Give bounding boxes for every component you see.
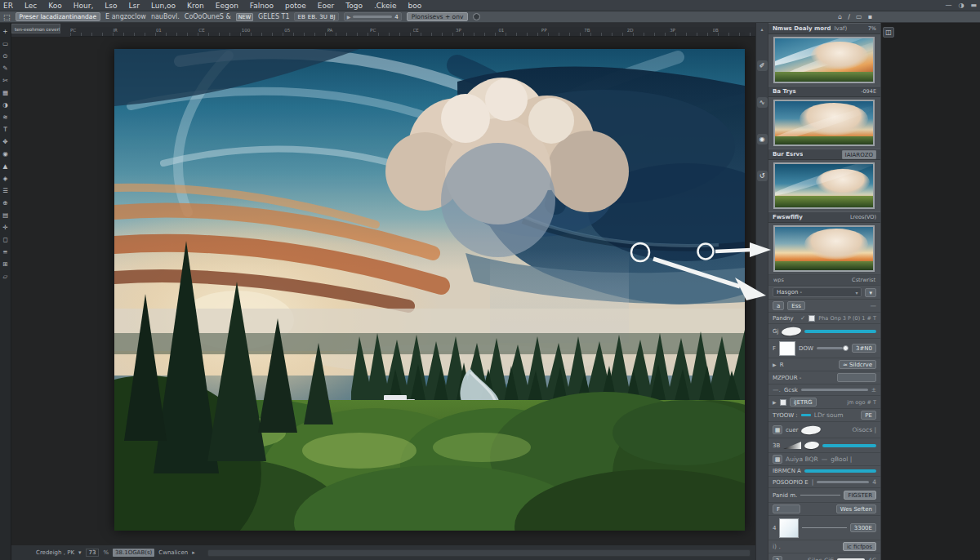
mzpour-field[interactable]	[837, 373, 876, 382]
mini-button-2[interactable]: Ess	[787, 301, 805, 310]
menubar-icon[interactable]: —	[945, 2, 951, 9]
gradient-slider[interactable]	[822, 444, 876, 447]
wes-button[interactable]: Wes Seften	[836, 504, 876, 513]
options-action-button[interactable]: Plonsisevs + onv	[407, 12, 469, 21]
tool-button[interactable]: ⊞	[1, 259, 11, 270]
menubar-icon[interactable]: ▬	[970, 2, 977, 9]
snapshot-thumbnail-4[interactable]	[773, 225, 875, 272]
menu-item[interactable]: Eoer	[318, 2, 334, 10]
stroke-button[interactable]: ≈ Sildcrve	[839, 360, 876, 369]
snapshot-header-1[interactable]: Nmws Dealy mord Ivaf) 7%	[768, 23, 880, 34]
menu-item[interactable]: Falnoo	[250, 2, 274, 10]
tool-button[interactable]: ≋	[1, 112, 11, 123]
history-icon[interactable]: ↺	[757, 171, 768, 181]
tool-button[interactable]: ✄	[1, 75, 11, 87]
tool-button[interactable]: ✛	[1, 222, 11, 233]
tool-button[interactable]: ▭	[1, 38, 11, 50]
swatch-value[interactable]: 3#N0	[852, 344, 876, 353]
tyoow-button[interactable]: PE	[861, 411, 876, 420]
tool-button[interactable]: ◉	[1, 149, 11, 160]
ibrmcn-slider[interactable]	[804, 469, 876, 473]
pattern-icon[interactable]: ▦	[773, 425, 782, 434]
tool-button[interactable]: ☰	[1, 185, 11, 197]
tool-button[interactable]: ▱	[1, 271, 11, 282]
document-tab[interactable]: ten-eeohmon ceverlos	[11, 24, 60, 33]
chevron-down-icon[interactable]: ▾	[78, 549, 82, 556]
snapshot-header-2[interactable]: Ba Trys -094E	[768, 86, 880, 97]
canvas-image[interactable]	[114, 49, 745, 531]
menu-item[interactable]: potoe	[285, 2, 306, 10]
horizontal-scrollbar[interactable]	[207, 549, 751, 557]
flyout-slider[interactable]	[353, 16, 392, 18]
snapshot-header-4[interactable]: Fwswfifiy Lreos(VO)	[768, 211, 880, 223]
play-icon[interactable]: ▶	[773, 399, 777, 405]
tool-button[interactable]: ◑	[1, 100, 11, 111]
wes-field[interactable]: F	[773, 504, 800, 513]
strip-scroll-up-icon[interactable]: ▴	[760, 26, 763, 34]
snapshot-thumbnail-2[interactable]	[773, 100, 875, 146]
tool-button[interactable]: ▤	[1, 210, 11, 221]
options-right-icon[interactable]: ▭	[856, 13, 862, 20]
snapshot-thumbnail-3[interactable]	[773, 162, 875, 209]
collapse-panel-icon[interactable]: ◫	[883, 27, 894, 38]
menu-item[interactable]: Hour,	[74, 2, 94, 10]
brush-icon[interactable]: ✐	[757, 60, 768, 71]
menu-item[interactable]: Togo	[345, 2, 363, 10]
tool-button[interactable]: T	[1, 124, 11, 136]
layers-icon[interactable]: 2	[773, 556, 782, 560]
swatch-slider[interactable]	[817, 347, 843, 349]
color-swatch[interactable]	[779, 341, 795, 356]
menu-item[interactable]: .Ckeie	[374, 2, 397, 10]
zoom-level-field[interactable]: 73	[86, 549, 100, 557]
swatch-slider-knob[interactable]	[843, 345, 849, 351]
menu-item[interactable]: Kron	[187, 2, 204, 10]
gcsk-slider[interactable]	[801, 389, 868, 391]
flow-slider[interactable]	[804, 330, 876, 333]
menu-item[interactable]: ER	[3, 2, 13, 10]
menu-item[interactable]: Koo	[48, 2, 61, 10]
menubar-icon[interactable]: ◑	[958, 2, 964, 9]
snapshot-thumbnail-1[interactable]	[773, 37, 875, 83]
align-button[interactable]: EB.	[308, 14, 317, 20]
menu-item[interactable]: Lun,oo	[151, 2, 176, 10]
play-icon[interactable]: ▶	[773, 362, 777, 367]
tool-button[interactable]: ⊙	[1, 51, 11, 62]
mini-button-1[interactable]: a	[773, 301, 784, 310]
tool-button[interactable]: ✎	[1, 63, 11, 74]
curves-icon[interactable]: ∿	[757, 97, 768, 108]
tool-button[interactable]: ◻	[1, 234, 11, 246]
options-right-icon[interactable]: ⌂	[838, 13, 842, 20]
options-right-icon[interactable]: ∕	[848, 13, 850, 20]
menu-item[interactable]: Eegon	[216, 2, 238, 10]
blend-checkbox[interactable]	[808, 315, 815, 322]
menu-item[interactable]: Lec	[24, 2, 37, 10]
jetrg-button[interactable]: iJETRG	[790, 398, 817, 407]
document-size-chip[interactable]: 38.1OGAB(s)	[113, 549, 154, 557]
options-right-icon[interactable]: ▪	[868, 13, 872, 20]
menu-item[interactable]: Lso	[105, 2, 117, 10]
tool-button[interactable]: ◈	[1, 173, 11, 184]
big-color-swatch[interactable]	[779, 518, 799, 538]
menu-item[interactable]: Lsr	[129, 2, 140, 10]
jetrg-checkbox[interactable]	[780, 399, 786, 406]
check-icon[interactable]: ✓	[800, 314, 805, 322]
status-flyout-arrow-icon[interactable]: ▸	[192, 549, 195, 556]
panid-chip[interactable]: FIGSTER	[844, 491, 876, 500]
eye-icon[interactable]: ◉	[757, 134, 768, 144]
tool-button[interactable]: +	[1, 26, 11, 38]
menu-item[interactable]: boo	[408, 2, 422, 10]
preset-field[interactable]: Preser lacadizantinandae	[16, 12, 101, 21]
preset-menu-button[interactable]: ▾	[865, 288, 876, 297]
align-button[interactable]: EB	[297, 14, 305, 20]
gradient-wedge[interactable]	[783, 442, 801, 449]
tool-button[interactable]: ▦	[1, 87, 11, 99]
options-circle-icon[interactable]	[473, 13, 480, 20]
ficfpos-button[interactable]: ic ficfpos	[843, 542, 876, 551]
preset-dropdown[interactable]: Hasgon - ▾	[773, 287, 862, 297]
brush-flyout[interactable]: ▶ 4	[344, 12, 402, 21]
snapshot-header-3[interactable]: Bur Esrvs IAIAROZO	[768, 149, 880, 160]
big-swatch-value[interactable]: 3300E	[850, 523, 876, 532]
posoopio-slider[interactable]	[817, 481, 869, 483]
tool-button[interactable]: ⊕	[1, 198, 11, 209]
tool-button[interactable]: ✥	[1, 136, 11, 148]
